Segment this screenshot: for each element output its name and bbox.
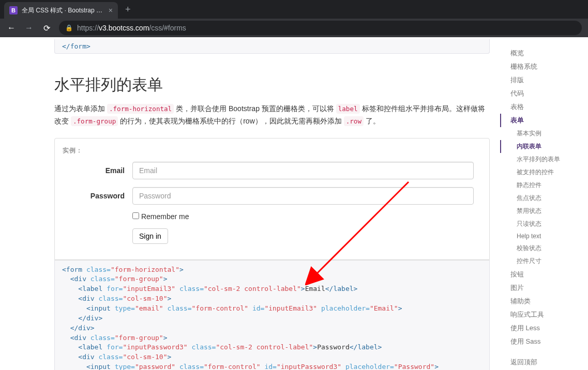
- back-icon[interactable]: ←: [6, 23, 17, 33]
- section-heading: 水平排列的表单: [54, 74, 490, 96]
- browser-chrome: B 全局 CSS 样式 · Bootstrap v3 中 × + ← → ⟳ 🔒…: [0, 0, 588, 37]
- sidebar-item[interactable]: 响应式工具: [500, 308, 588, 321]
- sidebar-item[interactable]: 按钮: [500, 268, 588, 281]
- sidebar-subitem[interactable]: 焦点状态: [500, 192, 588, 205]
- sidebar-subitem[interactable]: 控件尺寸: [500, 255, 588, 268]
- reload-icon[interactable]: ⟳: [41, 23, 52, 33]
- sidebar-subitem[interactable]: 禁用状态: [500, 205, 588, 218]
- main-content: </form> 水平排列的表单 通过为表单添加 .form-horizontal…: [54, 37, 490, 370]
- example-label: 实例：: [63, 146, 83, 155]
- sign-in-button[interactable]: Sign in: [132, 228, 168, 244]
- browser-tab[interactable]: B 全局 CSS 样式 · Bootstrap v3 中 ×: [4, 2, 118, 19]
- sidebar-item[interactable]: 表单: [500, 114, 588, 127]
- password-field[interactable]: [132, 187, 474, 205]
- sidebar-subitem[interactable]: 校验状态: [500, 242, 588, 255]
- sidebar-subitem[interactable]: 静态控件: [500, 179, 588, 192]
- sidebar-subitem[interactable]: 内联表单: [500, 140, 588, 153]
- forward-icon[interactable]: →: [24, 23, 34, 33]
- form-group-submit: Sign in: [63, 228, 481, 244]
- password-label: Password: [63, 192, 132, 200]
- sidebar-nav: 概览栅格系统排版代码表格表单基本实例内联表单水平排列的表单被支持的控件静态控件焦…: [500, 47, 588, 370]
- address-bar: ← → ⟳ 🔒 https://v3.bootcss.com/css/#form…: [0, 19, 588, 37]
- horizontal-form: Email Password: [63, 162, 481, 244]
- remember-label: Remember me: [141, 212, 189, 221]
- tab-title: 全局 CSS 样式 · Bootstrap v3 中: [22, 6, 104, 15]
- page-body: </form> 水平排列的表单 通过为表单添加 .form-horizontal…: [0, 37, 588, 370]
- section-paragraph: 通过为表单添加 .form-horizontal 类，并联合使用 Bootstr…: [54, 103, 490, 128]
- prev-code-tail: </form>: [54, 39, 490, 54]
- sidebar-subitem[interactable]: 被支持的控件: [500, 166, 588, 179]
- sidebar-item[interactable]: 表格: [500, 100, 588, 114]
- remember-checkbox-wrap: Remember me: [132, 212, 474, 221]
- code-block: <form class="form-horizontal"> <div clas…: [54, 260, 490, 370]
- code-form-horizontal: .form-horizontal: [107, 104, 174, 114]
- sidebar-item[interactable]: 图片: [500, 281, 588, 295]
- sidebar-item[interactable]: 使用 Less: [500, 321, 588, 335]
- bootstrap-favicon: B: [9, 6, 18, 14]
- sidebar-subitem[interactable]: 只读状态: [500, 218, 588, 230]
- sidebar-item[interactable]: 辅助类: [500, 295, 588, 308]
- remember-label-wrap[interactable]: Remember me: [132, 212, 189, 221]
- email-field[interactable]: [132, 162, 474, 179]
- sidebar-item[interactable]: 排版: [500, 73, 588, 87]
- sidebar-subitem[interactable]: 基本实例: [500, 127, 588, 140]
- form-group-email: Email: [63, 162, 481, 179]
- tab-bar: B 全局 CSS 样式 · Bootstrap v3 中 × +: [0, 0, 588, 19]
- form-group-remember: Remember me: [63, 212, 481, 221]
- lock-icon: 🔒: [65, 24, 73, 32]
- example-panel: 实例： Email Password: [54, 138, 490, 260]
- back-to-top-link[interactable]: 返回顶部: [500, 356, 588, 369]
- form-group-password: Password: [63, 187, 481, 205]
- sidebar-item[interactable]: 概览: [500, 47, 588, 60]
- close-icon[interactable]: ×: [109, 6, 113, 14]
- email-label: Email: [63, 166, 132, 175]
- sidebar-item[interactable]: 使用 Sass: [500, 335, 588, 348]
- sidebar-item[interactable]: 代码: [500, 87, 588, 100]
- new-tab-button[interactable]: +: [118, 4, 138, 15]
- omnibox[interactable]: 🔒 https://v3.bootcss.com/css/#forms: [59, 21, 582, 35]
- sidebar-item[interactable]: 栅格系统: [500, 60, 588, 73]
- code-label: label: [336, 104, 360, 114]
- code-form-group: .form-group: [71, 116, 118, 126]
- sidebar-subitem[interactable]: 水平排列的表单: [500, 153, 588, 166]
- remember-checkbox[interactable]: [132, 212, 139, 219]
- sidebar-subitem[interactable]: Help text: [500, 230, 588, 242]
- url-text: https://v3.bootcss.com/css/#forms: [77, 24, 186, 32]
- code-row: .row: [344, 116, 364, 126]
